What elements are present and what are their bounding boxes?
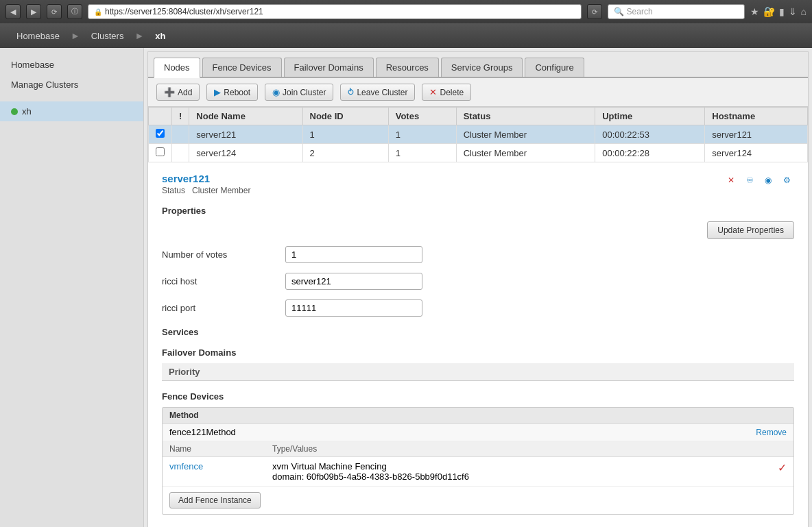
status-value: Cluster Member: [192, 186, 250, 195]
sidebar-cluster-xh[interactable]: xh: [0, 101, 143, 121]
node-stop-icon[interactable]: ✕: [724, 173, 739, 188]
browser-search-bar[interactable]: 🔍 Search: [608, 4, 745, 19]
content-area: Nodes Fence Devices Failover Domains Res…: [147, 51, 809, 527]
nav-bar: Homebase ► Clusters ► xh: [0, 23, 812, 48]
status-2: Cluster Member: [456, 144, 595, 162]
tab-resources[interactable]: Resources: [376, 58, 439, 77]
reboot-button[interactable]: ▶ Reboot: [206, 84, 258, 101]
node-title: server121: [162, 173, 250, 184]
home-icon[interactable]: ⌂: [801, 6, 807, 17]
add-fence-instance-button[interactable]: Add Fence Instance: [169, 492, 261, 508]
failover-priority-col: Priority: [162, 363, 794, 381]
fence-instance-row: vmfence xvm Virtual Machine Fencing doma…: [163, 457, 793, 487]
search-icon: 🔍: [614, 7, 624, 16]
votes-input[interactable]: [285, 246, 422, 263]
sidebar-item-manage-clusters[interactable]: Manage Clusters: [0, 75, 143, 95]
detail-section: server121 Status Cluster Member ✕ ♾ ◉ ⚙ …: [148, 162, 808, 525]
ricci-port-input[interactable]: [285, 299, 422, 317]
col-status: Status: [456, 108, 595, 125]
add-label: Add: [178, 88, 192, 97]
browser-action-icons: ★ 🔐 ▮ ⇓ ⌂: [750, 6, 807, 17]
shield-icon[interactable]: ▮: [779, 6, 785, 17]
col-uptime: Uptime: [595, 108, 705, 125]
search-placeholder: Search: [627, 7, 653, 16]
reload-button[interactable]: ⟳: [587, 4, 602, 19]
fence-devices-block: Method fence121Method Remove Name Type/V…: [162, 407, 794, 515]
update-properties-button[interactable]: Update Properties: [707, 221, 794, 239]
sidebar-item-homebase[interactable]: Homebase: [0, 55, 143, 75]
fence-devices-title: Fence Devices: [162, 391, 794, 402]
uptime-2: 00:00:22:28: [595, 144, 705, 162]
download-icon[interactable]: ⇓: [789, 6, 797, 17]
sidebar: Homebase Manage Clusters xh: [0, 48, 144, 527]
votes-label: Number of votes: [162, 249, 272, 260]
failover-table: Priority: [162, 363, 794, 381]
node-settings-icon[interactable]: ⚙: [779, 173, 794, 188]
bookmark-icon[interactable]: ★: [750, 6, 759, 17]
detail-header: server121 Status Cluster Member ✕ ♾ ◉ ⚙: [162, 173, 794, 195]
ricci-host-input[interactable]: [285, 273, 422, 290]
table-row[interactable]: server121 1 1 Cluster Member 00:00:22:53…: [149, 125, 808, 144]
tab-configure[interactable]: Configure: [525, 58, 584, 77]
votes-1: 1: [388, 125, 456, 144]
fence-name-col-header: Name: [169, 444, 272, 454]
nav-sep-1: ►: [71, 30, 80, 41]
nav-homebase[interactable]: Homebase: [7, 25, 69, 47]
table-row[interactable]: server124 2 1 Cluster Member 00:00:22:28…: [149, 144, 808, 162]
add-button[interactable]: ➕ Add: [156, 84, 200, 101]
cluster-name: xh: [22, 106, 32, 117]
vmfence-link[interactable]: vmfence: [169, 461, 203, 471]
join-icon: ◉: [272, 87, 280, 97]
join-cluster-button[interactable]: ◉ Join Cluster: [265, 84, 333, 101]
row-checkbox-2[interactable]: [156, 147, 165, 156]
status-label: Status: [162, 186, 185, 195]
fence-detail-header: Name Type/Values: [163, 441, 793, 457]
fence-type-col-header: Type/Values: [272, 444, 317, 454]
key-icon[interactable]: 🔐: [763, 6, 775, 17]
delete-icon: ✕: [429, 87, 437, 97]
forward-button[interactable]: ▶: [26, 4, 41, 19]
property-row-ricci-port: ricci port: [162, 299, 794, 317]
delete-label: Delete: [440, 88, 464, 97]
lock-icon: 🔒: [94, 8, 102, 16]
fence-method-name: fence121Method: [169, 427, 236, 437]
col-hostname: Hostname: [705, 108, 808, 125]
back-button[interactable]: ◀: [5, 4, 21, 19]
fence-method-bar: Method: [163, 408, 793, 424]
refresh-button[interactable]: ⟳: [47, 4, 62, 19]
fence-domain-value: domain: 60fb09b5-4a58-4383-b826-5bb9f0d1…: [272, 471, 772, 482]
node-join-icon[interactable]: ◉: [761, 173, 776, 188]
detail-action-icons: ✕ ♾ ◉ ⚙: [724, 173, 794, 188]
status-1: Cluster Member: [456, 125, 595, 144]
cluster-status-dot: [11, 108, 18, 115]
nav-clusters[interactable]: Clusters: [82, 25, 134, 47]
uptime-1: 00:00:22:53: [595, 125, 705, 144]
row-checkbox-1[interactable]: [156, 129, 165, 138]
url-bar[interactable]: 🔒 https://server125:8084/cluster/xh/serv…: [88, 4, 582, 19]
nav-xh[interactable]: xh: [145, 25, 175, 47]
tab-service-groups[interactable]: Service Groups: [441, 58, 523, 77]
col-node-id: Node ID: [302, 108, 388, 125]
hostname-1: server121: [705, 125, 808, 144]
remove-fence-method-link[interactable]: Remove: [756, 428, 787, 437]
ricci-host-label: ricci host: [162, 276, 272, 286]
properties-title: Properties: [162, 206, 794, 216]
info-button[interactable]: ⓘ: [67, 4, 82, 19]
node-name-1: server121: [189, 125, 302, 144]
tab-failover-domains[interactable]: Failover Domains: [284, 58, 374, 77]
fence-remove-icon[interactable]: ✓: [778, 461, 787, 474]
detail-title-block: server121 Status Cluster Member: [162, 173, 250, 195]
node-reboot-icon[interactable]: ♾: [742, 173, 757, 188]
tab-nodes[interactable]: Nodes: [154, 58, 200, 78]
failover-domains-title: Failover Domains: [162, 347, 794, 358]
add-icon: ➕: [164, 87, 175, 97]
col-exclamation: !: [172, 108, 189, 125]
reboot-label: Reboot: [224, 88, 250, 97]
services-title: Services: [162, 327, 794, 337]
leave-icon: ⥁: [348, 87, 354, 97]
property-row-ricci-host: ricci host: [162, 273, 794, 290]
tab-fence-devices[interactable]: Fence Devices: [202, 58, 282, 77]
tabs-bar: Nodes Fence Devices Failover Domains Res…: [148, 52, 808, 78]
leave-cluster-button[interactable]: ⥁ Leave Cluster: [340, 84, 415, 101]
delete-button[interactable]: ✕ Delete: [422, 84, 471, 101]
